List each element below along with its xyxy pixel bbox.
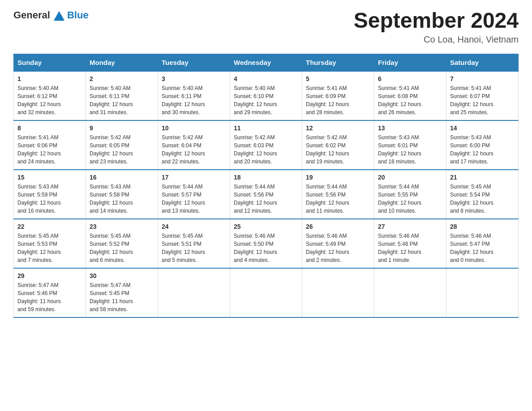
calendar-cell: 29Sunrise: 5:47 AM Sunset: 5:46 PM Dayli… xyxy=(14,268,86,317)
title-block: September 2024 Co Loa, Hanoi, Vietnam xyxy=(354,9,519,45)
day-number: 1 xyxy=(17,75,82,82)
calendar-cell: 19Sunrise: 5:44 AM Sunset: 5:56 PM Dayli… xyxy=(302,170,374,219)
col-sunday: Sunday xyxy=(14,54,86,71)
logo-blue-text: Blue xyxy=(67,9,89,21)
day-number: 29 xyxy=(17,272,82,279)
month-title: September 2024 xyxy=(354,9,519,33)
col-tuesday: Tuesday xyxy=(158,54,230,71)
day-number: 17 xyxy=(162,174,226,181)
day-info: Sunrise: 5:45 AM Sunset: 5:54 PM Dayligh… xyxy=(450,183,515,215)
day-info: Sunrise: 5:46 AM Sunset: 5:50 PM Dayligh… xyxy=(234,232,298,264)
day-number: 14 xyxy=(450,124,515,132)
day-info: Sunrise: 5:41 AM Sunset: 6:06 PM Dayligh… xyxy=(17,133,82,166)
day-info: Sunrise: 5:42 AM Sunset: 6:03 PM Dayligh… xyxy=(234,133,298,166)
calendar-cell: 1Sunrise: 5:40 AM Sunset: 6:12 PM Daylig… xyxy=(14,71,86,120)
calendar-table: Sunday Monday Tuesday Wednesday Thursday… xyxy=(13,54,519,318)
day-info: Sunrise: 5:43 AM Sunset: 6:01 PM Dayligh… xyxy=(378,133,442,166)
calendar-cell: 17Sunrise: 5:44 AM Sunset: 5:57 PM Dayli… xyxy=(158,170,230,219)
day-number: 23 xyxy=(90,223,154,230)
calendar-cell: 22Sunrise: 5:45 AM Sunset: 5:53 PM Dayli… xyxy=(14,219,86,268)
day-number: 6 xyxy=(378,75,442,82)
day-number: 2 xyxy=(90,75,154,82)
day-info: Sunrise: 5:44 AM Sunset: 5:55 PM Dayligh… xyxy=(378,183,442,215)
calendar-cell: 12Sunrise: 5:42 AM Sunset: 6:02 PM Dayli… xyxy=(302,120,374,170)
col-monday: Monday xyxy=(86,54,158,71)
calendar-cell: 13Sunrise: 5:43 AM Sunset: 6:01 PM Dayli… xyxy=(374,120,446,170)
day-number: 15 xyxy=(17,174,82,181)
location-subtitle: Co Loa, Hanoi, Vietnam xyxy=(354,34,519,45)
day-number: 13 xyxy=(378,124,442,132)
day-info: Sunrise: 5:42 AM Sunset: 6:05 PM Dayligh… xyxy=(90,133,154,166)
day-number: 26 xyxy=(306,223,370,230)
calendar-cell xyxy=(374,268,446,317)
logo: General Blue xyxy=(13,9,89,21)
calendar-cell: 6Sunrise: 5:41 AM Sunset: 6:08 PM Daylig… xyxy=(374,71,446,120)
day-info: Sunrise: 5:45 AM Sunset: 5:51 PM Dayligh… xyxy=(162,232,226,264)
calendar-cell: 10Sunrise: 5:42 AM Sunset: 6:04 PM Dayli… xyxy=(158,120,230,170)
day-info: Sunrise: 5:44 AM Sunset: 5:56 PM Dayligh… xyxy=(306,183,370,215)
day-number: 11 xyxy=(234,124,298,132)
calendar-cell xyxy=(158,268,230,317)
day-number: 18 xyxy=(234,174,298,181)
col-thursday: Thursday xyxy=(302,54,374,71)
day-number: 20 xyxy=(378,174,442,181)
calendar-cell: 25Sunrise: 5:46 AM Sunset: 5:50 PM Dayli… xyxy=(230,219,302,268)
day-number: 21 xyxy=(450,174,515,181)
day-number: 9 xyxy=(90,124,154,132)
calendar-cell: 26Sunrise: 5:46 AM Sunset: 5:49 PM Dayli… xyxy=(302,219,374,268)
calendar-cell: 18Sunrise: 5:44 AM Sunset: 5:56 PM Dayli… xyxy=(230,170,302,219)
calendar-cell: 14Sunrise: 5:43 AM Sunset: 6:00 PM Dayli… xyxy=(446,120,519,170)
calendar-cell: 21Sunrise: 5:45 AM Sunset: 5:54 PM Dayli… xyxy=(446,170,519,219)
day-info: Sunrise: 5:40 AM Sunset: 6:12 PM Dayligh… xyxy=(17,84,82,116)
day-info: Sunrise: 5:45 AM Sunset: 5:53 PM Dayligh… xyxy=(17,232,82,264)
calendar-cell: 4Sunrise: 5:40 AM Sunset: 6:10 PM Daylig… xyxy=(230,71,302,120)
calendar-cell: 30Sunrise: 5:47 AM Sunset: 5:45 PM Dayli… xyxy=(86,268,158,317)
day-number: 24 xyxy=(162,223,226,230)
day-info: Sunrise: 5:47 AM Sunset: 5:45 PM Dayligh… xyxy=(90,281,154,313)
calendar-cell: 7Sunrise: 5:41 AM Sunset: 6:07 PM Daylig… xyxy=(446,71,519,120)
calendar-week-5: 29Sunrise: 5:47 AM Sunset: 5:46 PM Dayli… xyxy=(14,268,519,317)
day-info: Sunrise: 5:46 AM Sunset: 5:49 PM Dayligh… xyxy=(306,232,370,264)
logo-general-text: General xyxy=(13,9,50,21)
calendar-cell: 5Sunrise: 5:41 AM Sunset: 6:09 PM Daylig… xyxy=(302,71,374,120)
calendar-cell: 3Sunrise: 5:40 AM Sunset: 6:11 PM Daylig… xyxy=(158,71,230,120)
day-info: Sunrise: 5:42 AM Sunset: 6:04 PM Dayligh… xyxy=(162,133,226,166)
calendar-week-2: 8Sunrise: 5:41 AM Sunset: 6:06 PM Daylig… xyxy=(14,120,519,170)
day-number: 3 xyxy=(162,75,226,82)
day-number: 30 xyxy=(90,272,154,279)
calendar-cell: 28Sunrise: 5:46 AM Sunset: 5:47 PM Dayli… xyxy=(446,219,519,268)
col-friday: Friday xyxy=(374,54,446,71)
page-header: General Blue September 2024 Co Loa, Hano… xyxy=(13,9,519,45)
day-number: 5 xyxy=(306,75,370,82)
calendar-body: 1Sunrise: 5:40 AM Sunset: 6:12 PM Daylig… xyxy=(14,71,519,317)
calendar-cell: 2Sunrise: 5:40 AM Sunset: 6:11 PM Daylig… xyxy=(86,71,158,120)
calendar-cell: 15Sunrise: 5:43 AM Sunset: 5:59 PM Dayli… xyxy=(14,170,86,219)
day-number: 19 xyxy=(306,174,370,181)
day-number: 16 xyxy=(90,174,154,181)
col-saturday: Saturday xyxy=(446,54,519,71)
day-info: Sunrise: 5:44 AM Sunset: 5:56 PM Dayligh… xyxy=(234,183,298,215)
calendar-week-1: 1Sunrise: 5:40 AM Sunset: 6:12 PM Daylig… xyxy=(14,71,519,120)
calendar-cell: 24Sunrise: 5:45 AM Sunset: 5:51 PM Dayli… xyxy=(158,219,230,268)
day-info: Sunrise: 5:43 AM Sunset: 5:58 PM Dayligh… xyxy=(90,183,154,215)
calendar-header: Sunday Monday Tuesday Wednesday Thursday… xyxy=(14,54,519,71)
svg-marker-1 xyxy=(57,17,61,21)
col-wednesday: Wednesday xyxy=(230,54,302,71)
day-info: Sunrise: 5:45 AM Sunset: 5:52 PM Dayligh… xyxy=(90,232,154,264)
day-number: 28 xyxy=(450,223,515,230)
header-row: Sunday Monday Tuesday Wednesday Thursday… xyxy=(14,54,519,71)
calendar-cell: 11Sunrise: 5:42 AM Sunset: 6:03 PM Dayli… xyxy=(230,120,302,170)
calendar-cell: 8Sunrise: 5:41 AM Sunset: 6:06 PM Daylig… xyxy=(14,120,86,170)
calendar-cell xyxy=(230,268,302,317)
day-info: Sunrise: 5:43 AM Sunset: 5:59 PM Dayligh… xyxy=(17,183,82,215)
day-number: 12 xyxy=(306,124,370,132)
calendar-cell xyxy=(302,268,374,317)
calendar-cell: 16Sunrise: 5:43 AM Sunset: 5:58 PM Dayli… xyxy=(86,170,158,219)
calendar-cell: 9Sunrise: 5:42 AM Sunset: 6:05 PM Daylig… xyxy=(86,120,158,170)
day-number: 22 xyxy=(17,223,82,230)
day-number: 7 xyxy=(450,75,515,82)
calendar-week-4: 22Sunrise: 5:45 AM Sunset: 5:53 PM Dayli… xyxy=(14,219,519,268)
day-info: Sunrise: 5:46 AM Sunset: 5:48 PM Dayligh… xyxy=(378,232,442,264)
day-info: Sunrise: 5:43 AM Sunset: 6:00 PM Dayligh… xyxy=(450,133,515,166)
day-info: Sunrise: 5:40 AM Sunset: 6:11 PM Dayligh… xyxy=(90,84,154,116)
